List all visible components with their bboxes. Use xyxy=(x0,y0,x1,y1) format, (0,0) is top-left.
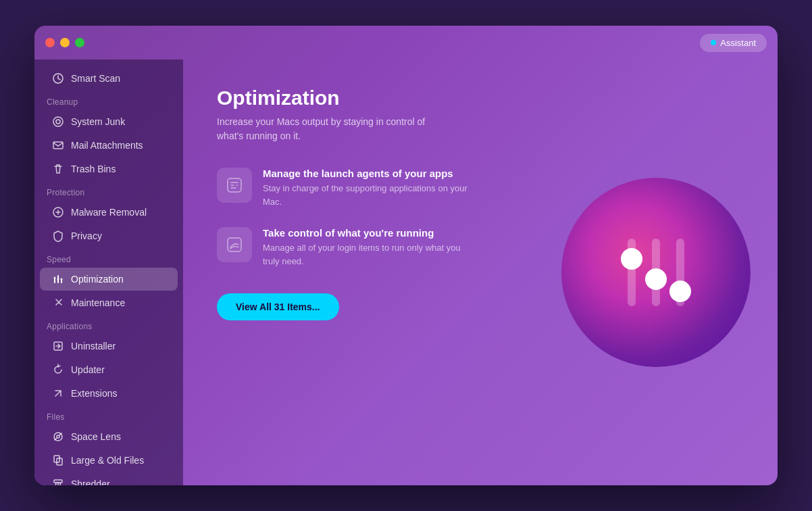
sidebar-item-label: Optimization xyxy=(71,274,124,285)
sidebar-item-extensions[interactable]: Extensions xyxy=(40,382,178,405)
assistant-dot-icon xyxy=(711,40,716,45)
sidebar-item-mail-attachments[interactable]: Mail Attachments xyxy=(40,134,178,157)
sidebar-item-malware-removal[interactable]: Malware Removal xyxy=(40,201,178,224)
malware-icon xyxy=(52,206,64,218)
sidebar-item-maintenance[interactable]: Maintenance xyxy=(40,291,178,314)
illustration-circle xyxy=(561,178,751,367)
sidebar-item-uninstaller[interactable]: Uninstaller xyxy=(40,335,178,358)
uninstaller-icon xyxy=(52,340,64,352)
launch-agents-icon xyxy=(217,168,252,203)
feature-title: Take control of what you're running xyxy=(263,227,479,239)
sidebar-item-label: Maintenance xyxy=(71,297,125,308)
space-lens-icon xyxy=(52,431,64,443)
sidebar-item-trash-bins[interactable]: Trash Bins xyxy=(40,157,178,180)
sidebar-item-label: Large & Old Files xyxy=(71,455,144,466)
shredder-icon xyxy=(52,478,64,485)
privacy-icon xyxy=(52,230,64,242)
svg-point-10 xyxy=(61,278,63,281)
sidebar-section-applications: Applications xyxy=(34,315,183,334)
sidebar-item-optimization[interactable]: Optimization xyxy=(40,268,178,291)
sidebar-item-label: Privacy xyxy=(71,230,102,241)
svg-point-8 xyxy=(54,277,56,279)
sidebar-item-label: Shredder xyxy=(71,479,110,485)
sidebar-item-label: Uninstaller xyxy=(71,341,116,351)
close-button[interactable] xyxy=(45,38,55,47)
svg-point-13 xyxy=(57,435,59,438)
svg-point-9 xyxy=(57,278,59,281)
feature-text-login-items: Take control of what you're running Mana… xyxy=(263,227,479,268)
svg-rect-18 xyxy=(228,238,241,251)
minimize-button[interactable] xyxy=(60,38,70,47)
traffic-lights xyxy=(45,38,84,47)
feature-title: Manage the launch agents of your apps xyxy=(263,168,479,179)
sliders-illustration xyxy=(602,218,710,326)
maximize-button[interactable] xyxy=(75,38,84,47)
sidebar-item-label: Extensions xyxy=(71,388,117,399)
trash-icon xyxy=(52,163,64,175)
svg-point-22 xyxy=(621,248,642,270)
svg-rect-17 xyxy=(228,178,241,192)
smart-scan-icon xyxy=(52,72,64,84)
assistant-label: Assistant xyxy=(720,38,756,48)
sidebar-item-privacy[interactable]: Privacy xyxy=(40,224,178,247)
illustration xyxy=(561,178,751,367)
sidebar-item-label: System Junk xyxy=(71,116,125,127)
sidebar-item-space-lens[interactable]: Space Lens xyxy=(40,425,178,448)
sidebar-item-label: Space Lens xyxy=(71,431,121,442)
mail-icon xyxy=(52,139,64,151)
svg-point-24 xyxy=(669,281,691,302)
sidebar-item-system-junk[interactable]: System Junk xyxy=(40,110,178,133)
sidebar-section-files: Files xyxy=(34,406,183,424)
maintenance-icon xyxy=(52,297,64,309)
sidebar-item-updater[interactable]: Updater xyxy=(40,358,178,381)
feature-desc: Manage all of your login items to run on… xyxy=(263,241,479,268)
page-subtitle: Increase your Macs output by staying in … xyxy=(217,115,447,143)
system-junk-icon xyxy=(52,116,64,128)
sidebar-item-label: Smart Scan xyxy=(71,73,120,84)
sidebar-section-speed: Speed xyxy=(34,248,183,267)
feature-text-launch-agents: Manage the launch agents of your apps St… xyxy=(263,168,479,208)
feature-desc: Stay in charge of the supporting applica… xyxy=(263,182,479,208)
sidebar-item-label: Trash Bins xyxy=(71,164,116,174)
titlebar: Assistant xyxy=(34,26,778,59)
sidebar-item-label: Mail Attachments xyxy=(71,140,143,151)
assistant-button[interactable]: Assistant xyxy=(700,34,767,52)
sidebar-item-large-old-files[interactable]: Large & Old Files xyxy=(40,449,178,472)
updater-icon xyxy=(52,364,64,376)
sidebar-section-cleanup: Cleanup xyxy=(34,91,183,110)
optimization-icon xyxy=(52,273,64,285)
svg-point-23 xyxy=(645,268,667,290)
sidebar: Smart Scan Cleanup System Junk xyxy=(34,59,183,485)
svg-point-2 xyxy=(56,120,60,124)
view-all-button[interactable]: View All 31 Items... xyxy=(217,293,339,320)
sidebar-item-shredder[interactable]: Shredder xyxy=(40,472,178,485)
sidebar-item-label: Updater xyxy=(71,364,105,375)
sidebar-section-protection: Protection xyxy=(34,181,183,200)
svg-point-1 xyxy=(53,117,63,126)
svg-rect-3 xyxy=(53,142,63,149)
content-area: Smart Scan Cleanup System Junk xyxy=(34,59,778,485)
main-content: Optimization Increase your Macs output b… xyxy=(183,59,778,485)
sidebar-item-label: Malware Removal xyxy=(71,207,147,218)
sidebar-item-smart-scan[interactable]: Smart Scan xyxy=(40,67,178,90)
login-items-icon xyxy=(217,227,252,262)
page-title: Optimization xyxy=(217,87,744,110)
extensions-icon xyxy=(52,387,64,399)
app-window: Assistant Smart Scan Cleanup xyxy=(34,26,778,485)
large-files-icon xyxy=(52,454,64,466)
